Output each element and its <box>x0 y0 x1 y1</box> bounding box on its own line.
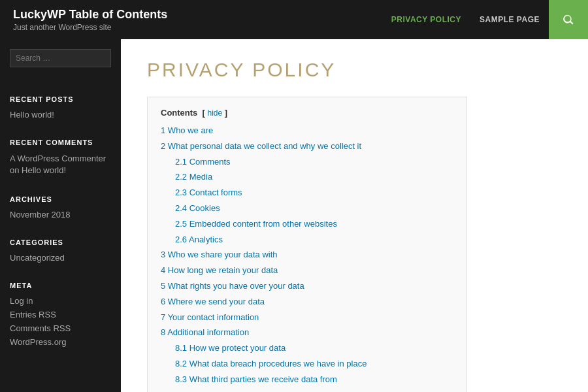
list-item: 2.3 Contact forms <box>161 185 453 201</box>
toc-item-4[interactable]: 4 How long we retain your data <box>161 265 278 275</box>
toc-box: Contents [ hide ] 1 Who we are 2 What pe… <box>147 97 467 392</box>
list-item: 2.6 Analytics <box>161 232 453 248</box>
list-item: 8.2 What data breach procedures we have … <box>161 356 453 372</box>
sidebar-commenter-link[interactable]: A WordPress Commenter <box>10 154 106 163</box>
toc-item-8-2[interactable]: 8.2 What data breach procedures we have … <box>175 359 367 368</box>
sidebar-comment-post-link[interactable]: Hello world! <box>22 165 66 175</box>
archives-title: ARCHIVES <box>10 195 111 203</box>
sidebar-comment-item: A WordPress Commenter on Hello world! <box>10 153 111 176</box>
toc-header: Contents [ hide ] <box>161 108 453 118</box>
toc-list: 1 Who we are 2 What personal data we col… <box>161 123 453 392</box>
list-item: 2 What personal data we collect and why … <box>161 139 453 154</box>
sidebar-meta-comments-rss[interactable]: Comments RSS <box>10 323 111 333</box>
toc-item-8-4[interactable]: 8.4 What automated decision making and/o… <box>175 390 453 392</box>
toc-item-1[interactable]: 1 Who we are <box>161 125 213 135</box>
site-title-area: LuckyWP Table of Contents Just another W… <box>13 8 167 32</box>
page-wrapper: RECENT POSTS Hello world! RECENT COMMENT… <box>0 39 588 392</box>
recent-posts-title: RECENT POSTS <box>10 95 111 103</box>
page-title: PRIVACY POLICY <box>147 59 562 81</box>
sidebar-meta-login[interactable]: Log in <box>10 296 111 306</box>
toc-item-8-1[interactable]: 8.1 How we protect your data <box>175 343 286 353</box>
toc-item-2-2[interactable]: 2.2 Media <box>175 172 212 182</box>
header-search-button[interactable] <box>549 0 588 39</box>
toc-item-3[interactable]: 3 Who we share your data with <box>161 250 278 259</box>
site-tagline: Just another WordPress site <box>13 23 167 32</box>
sidebar-recent-post-hello-world[interactable]: Hello world! <box>10 110 111 120</box>
toc-label: Contents <box>161 108 197 118</box>
toc-item-7[interactable]: 7 Your contact information <box>161 312 259 322</box>
list-item: 4 How long we retain your data <box>161 263 453 278</box>
recent-comments-title: RECENT COMMENTS <box>10 139 111 146</box>
sidebar-meta-wordpress-org[interactable]: WordPress.org <box>10 337 111 347</box>
categories-title: CATEGORIES <box>10 238 111 246</box>
sidebar-comment-on: on <box>10 165 22 175</box>
nav-privacy-policy[interactable]: PRIVACY POLICY <box>382 0 470 39</box>
toc-item-2-3[interactable]: 2.3 Contact forms <box>175 188 242 197</box>
list-item: 8.3 What third parties we receive data f… <box>161 372 453 387</box>
toc-item-8[interactable]: 8 Additional information <box>161 327 249 337</box>
list-item: 2.1 Comments <box>161 154 453 170</box>
sidebar-meta-entries-rss[interactable]: Entries RSS <box>10 310 111 319</box>
search-input[interactable] <box>10 49 111 67</box>
toc-item-2-5[interactable]: 2.5 Embedded content from other websites <box>175 219 337 229</box>
toc-item-2[interactable]: 2 What personal data we collect and why … <box>161 141 361 151</box>
list-item: 7 Your contact information <box>161 310 453 325</box>
toc-item-8-3[interactable]: 8.3 What third parties we receive data f… <box>175 374 337 384</box>
site-title[interactable]: LuckyWP Table of Contents <box>13 8 167 22</box>
list-item: 2.5 Embedded content from other websites <box>161 216 453 232</box>
toc-item-5[interactable]: 5 What rights you have over your data <box>161 281 304 291</box>
list-item: 6 Where we send your data <box>161 294 453 310</box>
header-nav: PRIVACY POLICY SAMPLE PAGE <box>382 0 588 39</box>
list-item: 3 Who we share your data with <box>161 247 453 263</box>
site-header: LuckyWP Table of Contents Just another W… <box>0 0 588 39</box>
nav-sample-page[interactable]: SAMPLE PAGE <box>470 0 549 39</box>
toc-item-2-4[interactable]: 2.4 Cookies <box>175 203 220 213</box>
list-item: 5 What rights you have over your data <box>161 278 453 294</box>
list-item: 8.1 How we protect your data <box>161 340 453 356</box>
meta-title: META <box>10 282 111 289</box>
toc-hide-link[interactable]: hide <box>208 108 223 118</box>
main-content: PRIVACY POLICY Contents [ hide ] 1 Who w… <box>121 39 588 392</box>
list-item: 1 Who we are <box>161 123 453 139</box>
toc-item-6[interactable]: 6 Where we send your data <box>161 297 265 306</box>
list-item: 8 Additional information <box>161 325 453 340</box>
list-item: 2.4 Cookies <box>161 201 453 216</box>
sidebar-category-uncategorized[interactable]: Uncategorized <box>10 253 111 263</box>
list-item: 2.2 Media <box>161 169 453 185</box>
sidebar: RECENT POSTS Hello world! RECENT COMMENT… <box>0 39 121 392</box>
toc-item-2-1[interactable]: 2.1 Comments <box>175 157 231 167</box>
sidebar-archive-nov-2018[interactable]: November 2018 <box>10 210 111 220</box>
search-icon <box>562 13 575 26</box>
toc-item-2-6[interactable]: 2.6 Analytics <box>175 235 223 244</box>
list-item: 8.4 What automated decision making and/o… <box>161 387 453 392</box>
